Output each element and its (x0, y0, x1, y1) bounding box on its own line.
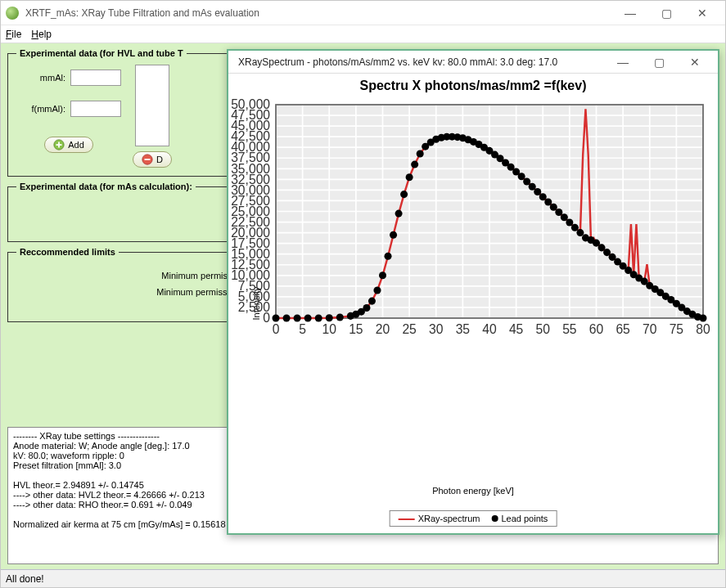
svg-point-95 (390, 231, 397, 239)
svg-text:25: 25 (402, 322, 417, 336)
menu-help[interactable]: Help (31, 29, 52, 40)
chart-title: Spectru X photons/mas/mm2 =f(kev) (228, 74, 718, 95)
legend-points-label: Lead points (501, 514, 548, 523)
svg-text:60: 60 (589, 322, 604, 336)
svg-text:50,000: 50,000 (231, 97, 270, 111)
svg-point-99 (411, 161, 418, 168)
svg-point-121 (529, 183, 536, 191)
spectrum-title: XRaySpectrum - photons/mAs/mm2 vs. keV k… (238, 56, 605, 68)
main-title: XRTF_mAs: XRay Tube Filtration and mAs e… (25, 7, 612, 19)
svg-text:5: 5 (299, 322, 306, 336)
svg-point-91 (368, 298, 376, 305)
menu-file[interactable]: File (6, 29, 21, 40)
svg-point-126 (555, 209, 562, 216)
plus-icon (53, 139, 65, 150)
svg-text:75: 75 (670, 322, 684, 336)
svg-point-153 (699, 314, 706, 321)
svg-text:0: 0 (273, 322, 280, 336)
menubar: File Help (1, 25, 725, 43)
svg-text:50: 50 (536, 322, 551, 336)
chart-legend: XRay-spectrum Lead points (390, 510, 557, 527)
minimize-button[interactable]: — (605, 51, 641, 74)
svg-text:65: 65 (616, 322, 630, 336)
svg-point-119 (518, 173, 525, 180)
svg-text:30: 30 (429, 322, 444, 336)
group-exp-mas-legend: Experimental data (for mAs calculation): (16, 182, 196, 191)
svg-point-94 (385, 253, 392, 260)
svg-point-124 (544, 198, 552, 205)
svg-point-122 (534, 188, 541, 195)
svg-point-93 (379, 272, 386, 279)
svg-point-130 (576, 229, 584, 236)
label-fmmal: f(mmAl): (16, 104, 65, 114)
svg-text:45: 45 (509, 322, 524, 336)
svg-point-98 (406, 173, 413, 181)
spectrum-window-controls: — ▢ ✕ (605, 51, 713, 74)
close-button[interactable]: ✕ (677, 51, 713, 74)
status-text: All done! (6, 573, 44, 585)
svg-point-85 (326, 314, 333, 321)
group-reclimits-legend: Reccommended limits (16, 247, 119, 257)
svg-point-90 (363, 304, 370, 312)
group-exp-hvl-legend: Experimental data (for HVL and tube T (16, 48, 187, 58)
svg-text:70: 70 (643, 322, 657, 336)
svg-text:15: 15 (349, 322, 363, 336)
svg-point-120 (523, 177, 530, 185)
exp-data-list[interactable] (135, 65, 169, 146)
delete-button-label: D (156, 155, 163, 164)
svg-point-82 (294, 314, 301, 321)
spectrum-titlebar[interactable]: XRaySpectrum - photons/mAs/mm2 vs. keV k… (228, 51, 718, 74)
legend-series-label: XRay-spectrum (418, 514, 480, 523)
legend-dot-icon (491, 515, 498, 522)
statusbar: All done! (1, 569, 725, 587)
svg-point-123 (539, 193, 547, 200)
svg-point-129 (571, 224, 579, 231)
svg-text:40: 40 (482, 322, 497, 336)
chart-area: Spectru X photons/mas/mm2 =f(kev) Intens… (228, 74, 718, 533)
delete-button[interactable]: D (133, 151, 172, 168)
svg-point-81 (283, 314, 291, 321)
svg-point-97 (400, 191, 408, 198)
svg-point-92 (373, 287, 381, 294)
input-fmmal[interactable] (70, 101, 121, 117)
spectrum-window[interactable]: XRaySpectrum - photons/mAs/mm2 vs. keV k… (227, 49, 719, 535)
svg-point-80 (272, 314, 279, 321)
svg-text:20: 20 (376, 322, 390, 336)
svg-point-96 (395, 210, 403, 218)
svg-point-100 (417, 150, 424, 158)
main-titlebar[interactable]: XRTF_mAs: XRay Tube Filtration and mAs e… (1, 1, 725, 25)
minus-icon (142, 154, 153, 165)
legend-line-icon (399, 518, 415, 520)
app-icon (6, 7, 19, 20)
svg-point-83 (304, 314, 312, 321)
svg-text:55: 55 (562, 322, 577, 336)
add-button-label: Add (68, 140, 84, 150)
maximize-button[interactable]: ▢ (648, 2, 684, 25)
maximize-button[interactable]: ▢ (641, 51, 677, 74)
main-window-controls: — ▢ ✕ (612, 2, 720, 25)
svg-text:10: 10 (322, 322, 337, 336)
label-mmal: mmAl: (16, 73, 65, 83)
chart-plot: 0510152025303540455055606570758002,5005,… (276, 105, 703, 318)
svg-point-84 (315, 314, 322, 321)
input-mmal[interactable] (70, 70, 121, 86)
close-button[interactable]: ✕ (684, 2, 720, 25)
svg-point-128 (566, 219, 573, 227)
svg-text:80: 80 (696, 322, 710, 336)
add-button[interactable]: Add (44, 137, 93, 153)
svg-text:35: 35 (456, 322, 471, 336)
svg-point-125 (550, 204, 557, 211)
svg-point-127 (561, 213, 568, 221)
x-axis-label: Photon energy [keV] (228, 486, 718, 496)
svg-point-86 (336, 313, 344, 321)
minimize-button[interactable]: — (612, 2, 648, 25)
